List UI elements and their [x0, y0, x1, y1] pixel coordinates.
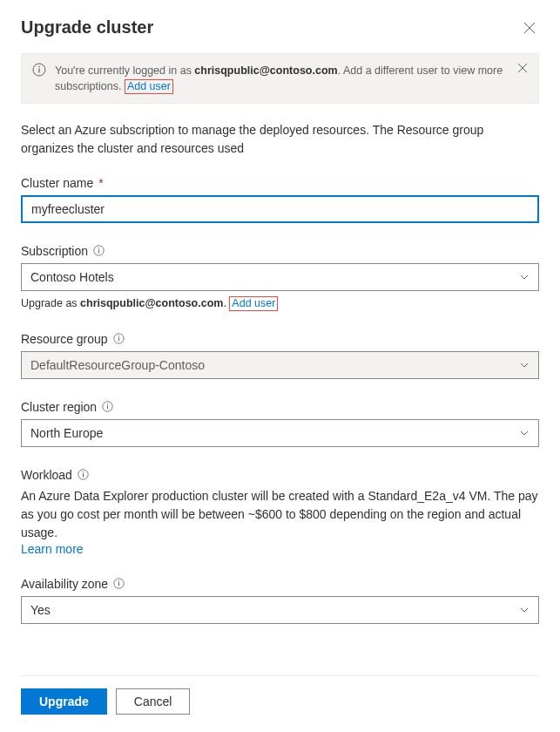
chevron-down-icon — [519, 272, 530, 282]
subscription-select[interactable]: Contoso Hotels — [21, 263, 539, 291]
cluster-name-label: Cluster name * — [21, 176, 539, 190]
resource-group-label: Resource group — [21, 332, 539, 346]
required-asterisk: * — [98, 176, 103, 190]
close-button[interactable] — [520, 18, 539, 37]
banner-email: chrisqpublic@contoso.com — [194, 64, 337, 77]
svg-rect-8 — [118, 338, 119, 342]
learn-more-link[interactable]: Learn more — [21, 542, 84, 556]
svg-rect-11 — [107, 406, 108, 410]
availability-zone-label-text: Availability zone — [21, 577, 108, 591]
cancel-button[interactable]: Cancel — [116, 688, 191, 715]
dismiss-banner-button[interactable] — [517, 63, 528, 73]
workload-label-text: Workload — [21, 468, 72, 482]
svg-rect-17 — [118, 583, 119, 586]
availability-zone-label: Availability zone — [21, 577, 539, 591]
close-icon — [517, 63, 528, 73]
info-icon[interactable] — [113, 578, 125, 589]
info-icon[interactable] — [113, 333, 125, 344]
availability-zone-select[interactable]: Yes — [21, 596, 539, 624]
subscription-value: Contoso Hotels — [30, 270, 114, 284]
add-user-link-banner[interactable]: Add user — [127, 80, 171, 92]
chevron-down-icon — [519, 605, 530, 615]
info-banner: You're currently logged in as chrisqpubl… — [21, 53, 539, 104]
helper-prefix: Upgrade as — [21, 297, 80, 309]
chevron-down-icon — [519, 428, 530, 438]
cluster-region-select[interactable]: North Europe — [21, 419, 539, 447]
svg-point-1 — [38, 66, 40, 68]
banner-text: You're currently logged in as chrisqpubl… — [55, 63, 509, 94]
info-icon[interactable] — [102, 401, 113, 412]
svg-point-10 — [107, 403, 108, 404]
cluster-region-label: Cluster region — [21, 400, 539, 414]
subscription-helper: Upgrade as chrisqpublic@contoso.com. Add… — [21, 296, 539, 311]
svg-rect-14 — [83, 474, 84, 478]
cluster-name-input[interactable] — [21, 195, 539, 223]
resource-group-select[interactable]: DefaultResourceGroup-Contoso — [21, 351, 539, 379]
subscription-label-text: Subscription — [21, 244, 88, 258]
upgrade-button[interactable]: Upgrade — [21, 688, 107, 715]
cluster-name-label-text: Cluster name — [21, 176, 93, 190]
svg-point-13 — [83, 471, 84, 472]
close-icon — [523, 22, 536, 34]
helper-suffix: . — [223, 297, 229, 309]
add-user-highlight: Add user — [125, 79, 173, 94]
add-user-link-helper[interactable]: Add user — [232, 297, 275, 309]
page-title: Upgrade cluster — [21, 17, 153, 37]
banner-prefix: You're currently logged in as — [55, 64, 194, 77]
info-icon[interactable] — [93, 245, 105, 256]
resource-group-label-text: Resource group — [21, 332, 108, 346]
subscription-label: Subscription — [21, 244, 539, 258]
svg-point-7 — [118, 336, 118, 336]
resource-group-value: DefaultResourceGroup-Contoso — [30, 358, 205, 372]
svg-point-16 — [118, 580, 119, 581]
chevron-down-icon — [519, 360, 530, 370]
workload-description: An Azure Data Explorer production cluste… — [21, 487, 539, 542]
workload-label: Workload — [21, 468, 539, 482]
svg-rect-2 — [38, 69, 39, 73]
form-description: Select an Azure subscription to manage t… — [21, 121, 539, 157]
availability-zone-value: Yes — [30, 603, 51, 617]
svg-point-4 — [98, 247, 99, 248]
cluster-region-label-text: Cluster region — [21, 400, 97, 414]
helper-email: chrisqpublic@contoso.com — [80, 297, 223, 309]
add-user-highlight: Add user — [229, 296, 278, 311]
svg-rect-5 — [98, 250, 99, 254]
footer: Upgrade Cancel — [21, 675, 539, 715]
info-icon[interactable] — [78, 469, 89, 480]
info-icon — [32, 63, 46, 77]
cluster-region-value: North Europe — [30, 426, 103, 440]
